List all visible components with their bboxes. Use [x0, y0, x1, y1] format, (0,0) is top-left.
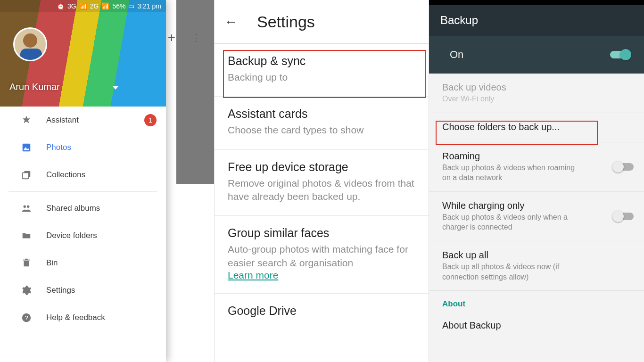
nav-collections[interactable]: Collections: [0, 161, 166, 189]
setting-group-faces[interactable]: Group similar faces Auto-group photos wi…: [215, 216, 429, 294]
battery-percent: 56%: [112, 2, 125, 10]
item-title: Free up device storage: [228, 160, 415, 174]
svg-text:?: ?: [25, 314, 28, 321]
drawer-header: Arun Kumar: [0, 0, 166, 107]
nav-assistant[interactable]: Assistant 1: [0, 107, 166, 134]
status-bar: ⏰ 3G 📶 2G 📶 56% ▭ 3:21 pm: [0, 0, 166, 12]
battery-icon: ▭: [128, 2, 134, 10]
svg-point-5: [27, 206, 29, 208]
shared-icon: [16, 203, 37, 214]
nav-label: Assistant: [46, 115, 79, 125]
nav-label: Device folders: [46, 231, 97, 240]
item-subtitle: Back up photos & videos when roaming on …: [442, 163, 584, 183]
nav-settings[interactable]: Settings: [0, 277, 166, 304]
backup-title: Backup: [440, 14, 478, 27]
nav-device-folders[interactable]: Device folders: [0, 222, 166, 249]
roaming-toggle[interactable]: [614, 163, 634, 171]
item-subtitle: Auto-group photos with matching face for…: [228, 243, 415, 270]
about-section-header: About: [429, 291, 644, 312]
item-subtitle: Over Wi-Fi only: [442, 94, 584, 104]
charging-toggle[interactable]: [614, 213, 634, 220]
learn-more-link[interactable]: Learn more: [228, 270, 278, 280]
item-subtitle: Backing up to: [228, 71, 415, 84]
network-2g-label: 2G: [90, 2, 99, 10]
item-title: Backup & sync: [228, 54, 415, 68]
svg-rect-0: [23, 144, 31, 152]
item-subtitle: Back up all photos & videos now (if conn…: [442, 262, 584, 282]
clock-time: 3:21 pm: [137, 2, 161, 10]
backup-toggle[interactable]: [610, 51, 630, 58]
setting-free-up-storage[interactable]: Free up device storage Remove original p…: [215, 150, 429, 216]
on-label: On: [450, 49, 463, 61]
nav-shared-albums[interactable]: Shared albums: [0, 195, 166, 222]
nav-help[interactable]: ? Help & feedback: [0, 304, 166, 331]
collections-icon: [16, 170, 37, 180]
account-dropdown-icon[interactable]: [112, 86, 119, 90]
backup-appbar: Backup: [429, 5, 644, 36]
user-avatar[interactable]: [13, 27, 47, 61]
item-title: About Backup: [442, 320, 631, 331]
settings-appbar: ← Settings: [215, 0, 429, 43]
setting-back-up-videos[interactable]: Back up videos Over Wi-Fi only: [429, 74, 644, 113]
nav-label: Bin: [46, 258, 58, 268]
item-title: Choose folders to back up...: [442, 122, 631, 132]
setting-while-charging[interactable]: While charging only Back up photos & vid…: [429, 192, 644, 241]
item-title: Back up videos: [442, 82, 631, 93]
svg-point-4: [24, 206, 26, 208]
nav-label: Shared albums: [46, 204, 100, 213]
help-icon: ?: [16, 313, 37, 323]
nav-label: Collections: [46, 170, 85, 180]
nav-bin[interactable]: Bin: [0, 249, 166, 277]
setting-about-backup[interactable]: About Backup: [429, 312, 644, 340]
item-title: Roaming: [442, 151, 631, 162]
alarm-icon: ⏰: [57, 2, 65, 10]
nav-label: Help & feedback: [46, 313, 105, 322]
nav-photos[interactable]: Photos: [0, 134, 166, 161]
item-subtitle: Remove original photos & videos from tha…: [228, 177, 415, 204]
item-title: While charging only: [442, 200, 631, 211]
signal-icon: 📶: [79, 2, 87, 10]
background-shade: [176, 0, 214, 184]
user-name: Arun Kumar: [9, 82, 60, 92]
setting-roaming[interactable]: Roaming Back up photos & videos when roa…: [429, 142, 644, 192]
svg-rect-3: [23, 173, 29, 179]
item-title: Google Drive: [228, 304, 415, 318]
nav-label: Settings: [46, 286, 75, 295]
back-arrow-icon[interactable]: ←: [224, 14, 238, 30]
nav-label: Photos: [46, 143, 71, 152]
signal-icon: 📶: [101, 2, 109, 10]
nav-drawer: ⏰ 3G 📶 2G 📶 56% ▭ 3:21 pm Arun Kumar: [0, 0, 166, 362]
item-title: Assistant cards: [228, 107, 415, 121]
setting-choose-folders[interactable]: Choose folders to back up...: [429, 113, 644, 142]
assistant-icon: [16, 115, 37, 125]
photos-icon: [16, 142, 37, 153]
setting-google-drive[interactable]: Google Drive: [215, 294, 429, 333]
folder-icon: [16, 230, 37, 241]
assistant-badge: 1: [144, 114, 157, 126]
item-subtitle: Back up photos & videos only when a char…: [442, 212, 584, 232]
setting-back-up-all[interactable]: Back up all Back up all photos & videos …: [429, 241, 644, 291]
status-bar-dark: [429, 0, 644, 5]
setting-backup-sync[interactable]: Backup & sync Backing up to: [215, 44, 429, 97]
photos-app-screenshot: + ⋮ ⏰ 3G 📶 2G 📶 56% ▭ 3:21 pm Arun Kumar: [0, 0, 215, 362]
item-subtitle: Choose the card types to show: [228, 123, 415, 137]
backup-master-toggle-row[interactable]: On: [429, 36, 644, 74]
trash-icon: [16, 258, 37, 268]
network-3g-label: 3G: [67, 2, 76, 10]
item-title: Group similar faces: [228, 226, 415, 240]
backup-settings-screenshot: Backup On Back up videos Over Wi-Fi only…: [429, 0, 644, 362]
new-icon[interactable]: +: [168, 30, 175, 45]
overflow-menu-icon[interactable]: ⋮: [191, 32, 201, 43]
nav-divider: [8, 191, 157, 192]
item-title: Back up all: [442, 250, 631, 261]
setting-assistant-cards[interactable]: Assistant cards Choose the card types to…: [215, 97, 429, 149]
gear-icon: [16, 285, 37, 296]
photos-settings-screenshot: ← Settings Backup & sync Backing up to A…: [215, 0, 429, 362]
settings-title: Settings: [257, 13, 315, 31]
